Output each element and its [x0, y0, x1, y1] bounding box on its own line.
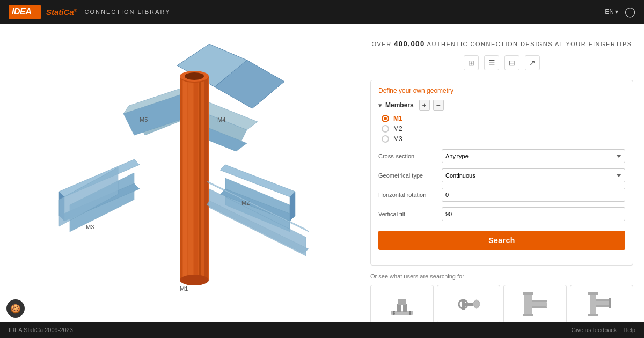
svg-rect-54: [532, 300, 547, 302]
svg-rect-50: [524, 292, 532, 316]
svg-rect-55: [532, 306, 547, 308]
logo-box: IDEA: [9, 5, 41, 19]
cross-section-label: Cross-section: [378, 153, 437, 159]
member-m1-option[interactable]: M1: [378, 115, 625, 122]
horizontal-rotation-input[interactable]: [442, 188, 625, 202]
brand-name: StatiCa®: [46, 8, 77, 17]
svg-point-41: [393, 311, 395, 313]
svg-point-42: [409, 311, 411, 313]
svg-rect-38: [397, 304, 401, 312]
popular-card-1-image: [386, 288, 418, 320]
popular-card-4-image: [586, 288, 618, 320]
geometrical-type-select[interactable]: Continuous End plate Splice: [442, 168, 625, 182]
member-m2-option[interactable]: M2: [378, 125, 625, 133]
view-toolbar: ⊞ ☰ ⊟ ↗: [370, 55, 633, 70]
app-title: CONNECTION LIBRARY: [85, 9, 171, 15]
horizontal-rotation-row: Horizontal rotation: [378, 188, 625, 202]
svg-point-31: [180, 275, 209, 285]
popular-card-2-image: [452, 288, 485, 320]
svg-text:M4: M4: [217, 116, 225, 123]
m2-radio[interactable]: [382, 125, 389, 133]
members-row: ▾ Members + −: [378, 100, 625, 111]
footer-links: Give us feedback Help: [571, 327, 635, 333]
svg-rect-23: [183, 76, 187, 280]
cross-section-select[interactable]: Any type I-section Tube Channel Angle: [442, 149, 625, 163]
add-member-button[interactable]: +: [419, 100, 430, 111]
svg-rect-59: [596, 301, 609, 305]
share-icon[interactable]: ↗: [525, 55, 540, 70]
svg-rect-24: [188, 76, 193, 280]
svg-rect-27: [204, 76, 208, 280]
lang-selector[interactable]: EN ▾: [605, 8, 618, 16]
column-m1: M1: [180, 71, 209, 292]
popular-card-3[interactable]: [503, 285, 567, 322]
popular-grid: [370, 285, 633, 322]
svg-text:M5: M5: [140, 116, 148, 123]
svg-rect-22: [180, 76, 182, 280]
svg-point-44: [409, 313, 411, 315]
svg-rect-51: [523, 292, 533, 295]
vertical-tilt-row: Vertical tilt: [378, 207, 625, 221]
svg-rect-60: [596, 299, 609, 301]
properties-section: Cross-section Any type I-section Tube Ch…: [378, 149, 625, 221]
svg-rect-25: [194, 76, 198, 280]
popular-card-4[interactable]: [570, 285, 633, 322]
cookie-badge[interactable]: 🍪: [6, 299, 25, 318]
svg-rect-58: [588, 314, 598, 316]
list-view-icon[interactable]: ☰: [484, 55, 499, 70]
geometrical-type-label: Geometrical type: [378, 172, 437, 179]
popular-section: Or see what users are searching for: [370, 273, 633, 322]
vertical-tilt-input[interactable]: [442, 207, 625, 221]
svg-rect-53: [532, 302, 547, 306]
member-m3-option[interactable]: M3: [378, 135, 625, 143]
cookie-icon: 🍪: [10, 304, 21, 314]
svg-rect-52: [523, 314, 533, 316]
popular-card-3-image: [519, 288, 551, 320]
svg-rect-26: [199, 76, 201, 280]
svg-rect-57: [588, 292, 598, 295]
cross-section-row: Cross-section Any type I-section Tube Ch…: [378, 149, 625, 163]
m1-radio[interactable]: [382, 115, 389, 122]
svg-text:M3: M3: [86, 224, 94, 230]
svg-rect-40: [398, 299, 406, 305]
remove-member-button[interactable]: −: [433, 100, 444, 111]
header-right: EN ▾ ◯: [605, 6, 635, 18]
user-account-icon[interactable]: ◯: [625, 6, 635, 18]
popular-card-1[interactable]: [370, 285, 434, 322]
svg-rect-49: [473, 302, 480, 306]
search-button[interactable]: Search: [378, 231, 625, 250]
popular-title: Or see what users are searching for: [370, 273, 633, 280]
svg-text:M1: M1: [180, 285, 188, 292]
grid-view-icon[interactable]: ⊞: [464, 55, 479, 70]
visualization-panel: M3 M2 M4 M5: [0, 24, 365, 322]
svg-rect-39: [403, 304, 407, 312]
horizontal-rotation-label: Horizontal rotation: [378, 192, 437, 198]
footer: IDEA StatiCa 2009-2023 Give us feedback …: [0, 322, 644, 338]
svg-point-30: [185, 72, 204, 80]
filter-icon[interactable]: ⊟: [504, 55, 519, 70]
connection-3d-illustration: M3 M2 M4 M5: [27, 44, 338, 302]
geometry-section: Define your own geometry ▾ Members + − M…: [370, 80, 633, 266]
members-expand-icon[interactable]: ▾: [378, 101, 382, 109]
m2-label: M2: [393, 125, 402, 133]
svg-rect-61: [596, 305, 609, 307]
help-link[interactable]: Help: [623, 327, 635, 333]
svg-text:IDEA: IDEA: [12, 7, 31, 16]
feedback-link[interactable]: Give us feedback: [571, 327, 617, 333]
geometry-title[interactable]: Define your own geometry: [378, 87, 625, 94]
members-label: Members: [385, 101, 414, 109]
geometrical-type-row: Geometrical type Continuous End plate Sp…: [378, 168, 625, 182]
main-content: M3 M2 M4 M5: [0, 24, 644, 322]
popular-card-2[interactable]: [437, 285, 500, 322]
m3-radio[interactable]: [382, 135, 389, 143]
footer-copyright: IDEA StatiCa 2009-2023: [9, 327, 73, 333]
header: IDEA StatiCa® CONNECTION LIBRARY EN ▾ ◯: [0, 0, 644, 24]
svg-point-43: [393, 313, 395, 315]
header-left: IDEA StatiCa® CONNECTION LIBRARY: [9, 5, 170, 19]
svg-rect-56: [590, 292, 596, 316]
m3-label: M3: [393, 135, 402, 143]
svg-rect-62: [609, 298, 611, 308]
svg-marker-11: [290, 192, 295, 221]
right-panel: OVER 400,000 AUTHENTIC CONNECTION DESIGN…: [365, 24, 644, 322]
headline: OVER 400,000 AUTHENTIC CONNECTION DESIGN…: [370, 34, 633, 48]
